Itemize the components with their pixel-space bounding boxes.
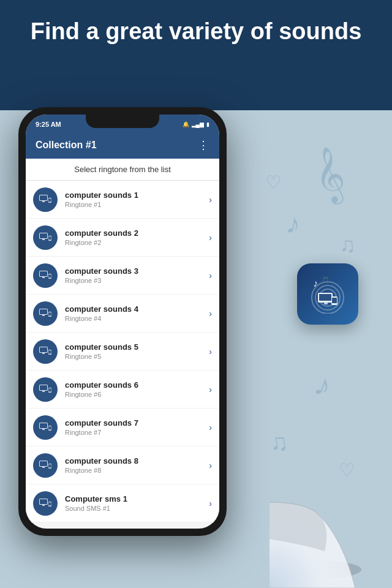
ringtone-item-info: computer sounds 7 Ringtone #7 [65,418,209,436]
phone-screen: 9:25 AM 🔔 ▂▄▆ ▮ Collection #1 ⋮ Select r… [26,115,219,529]
ringtone-chevron-icon: › [209,423,212,432]
svg-rect-19 [49,312,51,316]
svg-rect-11 [40,271,47,276]
svg-rect-1 [40,195,47,200]
ringtone-item-icon [33,415,58,440]
svg-rect-36 [40,461,47,466]
ringtone-item-info: computer sounds 8 Ringtone #8 [65,456,209,474]
svg-rect-7 [42,239,45,240]
ringtone-item-icon [33,339,58,364]
ringtone-item-icon [33,453,58,478]
ringtone-item-sub: Ringtone #6 [65,391,209,398]
svg-rect-22 [42,353,45,354]
ringtone-item-sub: Ringtone #1 [65,201,209,208]
svg-text:♪: ♪ [313,278,318,288]
app-toolbar: Collection #1 ⋮ [26,132,219,159]
svg-rect-14 [49,274,51,278]
status-icons: 🔔 ▂▄▆ ▮ [183,121,209,127]
svg-rect-21 [40,347,47,352]
ringtone-item-sub: Ringtone #5 [65,353,209,360]
app-icon-svg: ♪ 🎵 [308,274,347,314]
svg-rect-37 [42,467,45,468]
svg-rect-12 [42,277,45,278]
battery-icon: ▮ [206,121,209,127]
ringtone-item-icon [33,263,58,288]
list-item[interactable]: computer sounds 1 Ringtone #1 › [26,181,219,219]
ringtone-item-icon [33,377,58,402]
svg-rect-39 [49,464,51,468]
svg-rect-4 [49,198,51,202]
ringtone-item-info: computer sounds 4 Ringtone #4 [65,304,209,322]
ringtone-item-sub: Sound SMS #1 [65,505,209,512]
list-item[interactable]: computer sounds 4 Ringtone #4 › [26,295,219,333]
svg-rect-52 [332,298,337,303]
list-subheader: Select ringtone from the list [26,159,219,181]
ringtone-item-info: computer sounds 1 Ringtone #1 [65,190,209,208]
svg-rect-32 [42,429,45,430]
notification-icon: 🔔 [183,121,189,127]
list-item[interactable]: computer sounds 7 Ringtone #7 › [26,409,219,447]
ringtone-chevron-icon: › [209,195,212,205]
ringtone-item-name: computer sounds 3 [65,266,209,276]
collection-title: Collection #1 [36,140,97,151]
ringtone-item-info: computer sounds 2 Ringtone #2 [65,228,209,246]
svg-rect-50 [324,303,328,304]
svg-rect-9 [49,236,51,240]
ringtone-item-name: computer sounds 5 [65,342,209,352]
svg-rect-31 [40,423,47,428]
ringtone-chevron-icon: › [209,347,212,356]
ringtone-item-name: computer sounds 7 [65,418,209,428]
ringtone-item-name: computer sounds 8 [65,456,209,466]
ringtone-chevron-icon: › [209,233,212,243]
status-time: 9:25 AM [36,121,61,128]
app-icon: ♪ 🎵 [297,263,358,325]
signal-text: ▂▄▆ [192,121,204,127]
phone-body: 9:25 AM 🔔 ▂▄▆ ▮ Collection #1 ⋮ Select r… [18,107,227,536]
svg-rect-42 [42,505,45,506]
deco-note-3: ♫ [338,232,356,258]
ringtone-chevron-icon: › [209,309,212,318]
list-item[interactable]: computer sounds 8 Ringtone #8 › [26,447,219,484]
svg-text:🎵: 🎵 [320,276,330,285]
svg-rect-17 [42,315,45,316]
svg-rect-26 [40,385,47,390]
svg-rect-41 [40,499,47,504]
list-item[interactable]: computer sounds 5 Ringtone #5 › [26,333,219,371]
ringtone-item-name: computer sounds 4 [65,304,209,314]
list-item[interactable]: computer sounds 2 Ringtone #2 › [26,219,219,257]
svg-rect-49 [319,294,331,301]
ringtone-item-icon [33,491,58,516]
page-curl [270,466,392,588]
svg-rect-44 [49,502,51,506]
ringtone-chevron-icon: › [209,461,212,470]
ringtone-item-icon [33,301,58,326]
deco-note-4: ♡ [265,172,282,193]
svg-rect-16 [40,309,47,314]
list-item[interactable]: computer sounds 6 Ringtone #6 › [26,371,219,409]
ringtone-item-name: computer sounds 2 [65,228,209,238]
ringtone-item-sub: Ringtone #7 [65,429,209,436]
ringtone-list: computer sounds 1 Ringtone #1 › computer… [26,181,219,522]
ringtone-item-info: computer sounds 6 Ringtone #6 [65,380,209,398]
list-item[interactable]: computer sounds 3 Ringtone #3 › [26,257,219,295]
ringtone-item-info: computer sounds 3 Ringtone #3 [65,266,209,284]
svg-rect-2 [42,201,45,202]
phone-mockup: 9:25 AM 🔔 ▂▄▆ ▮ Collection #1 ⋮ Select r… [18,107,227,560]
ringtone-item-icon [33,225,58,250]
ringtone-item-info: Computer sms 1 Sound SMS #1 [65,494,209,512]
ringtone-chevron-icon: › [209,271,212,281]
ringtone-item-sub: Ringtone #4 [65,315,209,322]
ringtone-chevron-icon: › [209,385,212,394]
svg-rect-24 [49,350,51,354]
ringtone-item-sub: Ringtone #8 [65,467,209,474]
svg-rect-6 [40,233,47,238]
list-item[interactable]: Computer sms 1 Sound SMS #1 › [26,484,219,522]
ringtone-item-name: computer sounds 6 [65,380,209,390]
svg-rect-34 [49,426,51,430]
ringtone-item-info: computer sounds 5 Ringtone #5 [65,342,209,360]
main-headline: Find a great variety of sounds [0,12,392,51]
ringtone-item-sub: Ringtone #2 [65,239,209,246]
overflow-menu-icon[interactable]: ⋮ [198,138,209,152]
ringtone-item-sub: Ringtone #3 [65,277,209,284]
ringtone-item-name: computer sounds 1 [65,190,209,200]
